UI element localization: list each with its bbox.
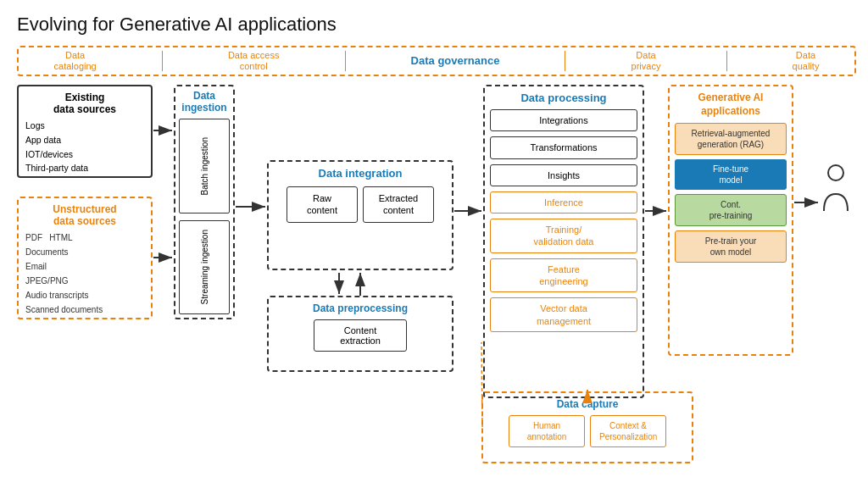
insights-box: Insights — [490, 164, 637, 186]
existing-sources-items: LogsApp dataIOT/devicesThird-party data — [25, 119, 144, 175]
data-ingestion-title: Dataingestion — [175, 86, 233, 115]
feature-eng-box: Featureengineering — [490, 258, 637, 293]
page: Evolving for Generative AI applications … — [0, 0, 868, 488]
batch-ingestion-label: Batch ingestion — [199, 137, 210, 195]
data-integration-title: Data integration — [274, 167, 447, 180]
gov-governance: Data governance — [406, 53, 505, 69]
gov-access: Data accesscontrol — [223, 48, 285, 74]
data-integration-box: Data integration Rawcontent Extractedcon… — [267, 160, 453, 270]
content-extraction-box: Contentextraction — [314, 319, 407, 352]
transformations-box: Transformations — [490, 136, 637, 158]
unstructured-sources-box: Unstructureddata sources PDF HTMLDocumen… — [17, 197, 153, 319]
data-capture-title: Data capture — [488, 398, 687, 410]
data-processing-title: Data processing — [490, 92, 637, 104]
data-integration-inner: Rawcontent Extractedcontent — [274, 186, 447, 223]
raw-content-box: Rawcontent — [287, 186, 358, 223]
data-ingestion-box: Dataingestion Batch ingestion Streaming … — [174, 85, 235, 319]
gen-ai-title: Generative AI applications — [675, 92, 787, 118]
data-preprocessing-box: Data preprocessing Contentextraction — [267, 296, 453, 372]
gov-privacy: Dataprivacy — [626, 48, 666, 74]
vector-data-box: Vector datamanagement — [490, 297, 637, 332]
data-preprocessing-title: Data preprocessing — [274, 302, 447, 314]
context-personalization-box: Context &Personalization — [590, 415, 666, 447]
diagram: Datacataloging Data accesscontrol Data g… — [17, 46, 856, 478]
data-processing-box: Data processing Integrations Transformat… — [483, 85, 644, 398]
unstructured-sources-title: Unstructureddata sources — [25, 203, 144, 227]
batch-ingestion-box: Batch ingestion — [179, 119, 230, 214]
training-box: Training/validation data — [490, 219, 637, 253]
cont-pretraining-box: Cont.pre-training — [675, 194, 787, 226]
gov-quality: Dataquality — [787, 48, 825, 74]
data-capture-box: Data capture Humanannotation Context &Pe… — [481, 391, 693, 463]
existing-sources-box: Existingdata sources LogsApp dataIOT/dev… — [17, 85, 153, 178]
inference-box: Inference — [490, 191, 637, 214]
unstructured-sources-items: PDF HTMLDocumentsEmailJPEG/PNGAudio tran… — [25, 230, 144, 317]
existing-sources-title: Existingdata sources — [25, 92, 144, 115]
human-annotation-box: Humanannotation — [509, 415, 585, 447]
fine-tune-box: Fine-tunemodel — [675, 159, 787, 190]
integrations-box: Integrations — [490, 109, 637, 131]
streaming-ingestion-box: Streaming ingestion — [179, 220, 230, 315]
person-icon — [819, 164, 853, 215]
gov-cataloging: Datacataloging — [49, 48, 102, 74]
streaming-ingestion-label: Streaming ingestion — [199, 230, 210, 304]
governance-bar: Datacataloging Data accesscontrol Data g… — [17, 46, 856, 76]
data-capture-inner: Humanannotation Context &Personalization — [488, 415, 687, 447]
gen-ai-box: Generative AI applications Retrieval-aug… — [668, 85, 793, 356]
pretrain-own-box: Pre-train yourown model — [675, 230, 787, 263]
page-title: Evolving for Generative AI applications — [17, 14, 851, 36]
svg-point-0 — [828, 165, 843, 180]
rag-box: Retrieval-augmented generation (RAG) — [675, 123, 787, 155]
extracted-content-box: Extractedcontent — [363, 186, 434, 223]
